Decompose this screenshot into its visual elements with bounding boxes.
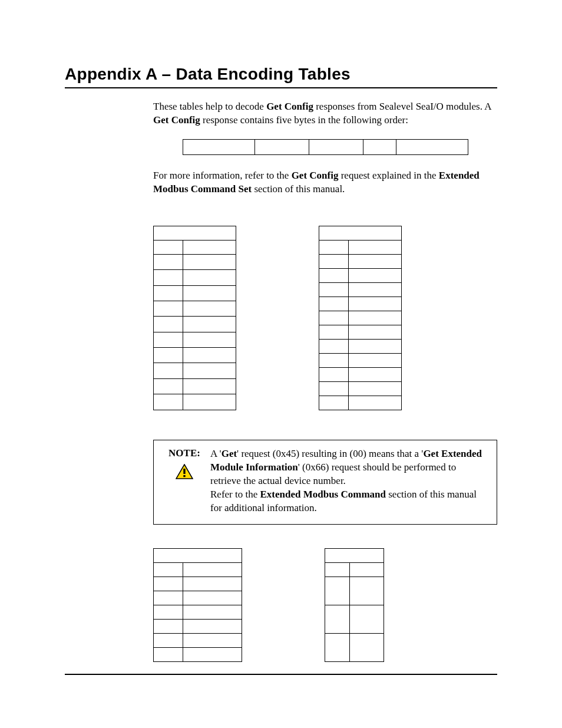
footer-rule-wrap <box>65 674 497 675</box>
cell-hex: 00 <box>325 577 350 605</box>
table-row: Hex Parity <box>325 563 384 577</box>
table-row: Model Baud Rate Parity Stop Bits <box>183 139 468 154</box>
appendix-title: Appendix A – Data Encoding Tables <box>65 65 497 84</box>
table-row: 05450 <box>154 332 236 347</box>
warning-icon <box>176 464 193 479</box>
cell-device: See Note <box>183 254 236 269</box>
cell-device: 410 <box>183 270 236 285</box>
cell-baud: 14400 <box>183 634 242 648</box>
table-row: 11Custom <box>319 353 402 367</box>
cell-device: Custom <box>349 353 402 367</box>
col-header-hex: Hex <box>319 240 349 254</box>
baud-parity-row: Baud Rate Hex Baud Rate 001200 012400 02… <box>153 548 497 662</box>
byte-cell: Parity <box>309 139 363 154</box>
table-row: 03430 <box>154 301 236 316</box>
cell-hex: 01 <box>154 270 183 285</box>
table-row: Model Number <box>319 226 402 240</box>
cell-hex: 03 <box>154 301 183 316</box>
cell-device: 530 <box>183 394 236 410</box>
table-row: 0ARIO <box>319 254 402 268</box>
table-title: Baud Rate <box>154 549 242 563</box>
model-number-table-1: Model Number Hex Device 00See Note 01410… <box>153 226 236 410</box>
table-row: 13MB AIO <box>319 381 402 396</box>
table-row: Parity <box>325 549 384 563</box>
cell-hex: 14 <box>319 396 349 410</box>
model-number-table-2: Model Number Hex Device 0ARIO 0B520 0C58… <box>319 226 402 410</box>
text-bold: Get Config <box>266 101 313 112</box>
cell-device: 450 <box>183 332 236 347</box>
cell-hex: 12 <box>319 367 349 381</box>
cell-device: 430 <box>183 301 236 316</box>
cell-hex: 02 <box>154 285 183 301</box>
cell-device: 462 <box>183 348 236 363</box>
svg-rect-2 <box>183 475 185 477</box>
table-row: 00See Note <box>154 254 236 269</box>
text-bold: Get <box>222 448 237 459</box>
note-box: NOTE: A 'Get' request (0x45) resulting i… <box>153 440 497 525</box>
table-row: 0B520 <box>319 268 402 282</box>
baud-rate-table: Baud Rate Hex Baud Rate 001200 012400 02… <box>153 548 242 662</box>
cell-baud: 4800 <box>183 605 242 620</box>
cell-hex: 00 <box>154 254 183 269</box>
col-header-device: Device <box>349 240 402 254</box>
cell-device: MB AIO <box>349 381 402 396</box>
table-row: 039600 <box>154 620 242 634</box>
table-row: 02420 <box>154 285 236 301</box>
cell-device: 560 <box>349 339 402 353</box>
col-header-parity: Parity <box>350 563 384 577</box>
text: These tables help to decode <box>153 101 266 112</box>
table-row: 02Even <box>325 634 384 662</box>
byte-cell: Stop Bits <box>396 139 468 154</box>
table-row: 09530 <box>154 394 236 410</box>
table-row: 0D540 <box>319 297 402 311</box>
text: responses from Sealevel SeaI/O modules. … <box>313 101 491 112</box>
cell-hex: 05 <box>154 332 183 347</box>
text: A ' <box>210 448 222 459</box>
note-label: NOTE: <box>168 447 200 459</box>
cell-device: 470 <box>183 378 236 394</box>
cell-hex: 02 <box>325 634 350 662</box>
cell-hex: 0B <box>319 268 349 282</box>
byte-layout-table: Model Baud Rate Parity Stop Bits <box>183 139 468 155</box>
cell-parity: Even <box>350 634 384 662</box>
cell-hex: 04 <box>154 634 183 648</box>
table-row: 00None <box>325 577 384 605</box>
intro-block: These tables help to decode Get Config r… <box>153 100 497 196</box>
text: response contains five bytes in the foll… <box>200 114 408 126</box>
text-bold: Get Config <box>292 170 339 181</box>
document-page: Appendix A – Data Encoding Tables These … <box>0 0 562 728</box>
cell-device: 420 <box>183 285 236 301</box>
cell-device: 520 <box>349 268 402 282</box>
table-row: 01Odd <box>325 605 384 634</box>
table-row: Baud Rate <box>154 549 242 563</box>
cell-hex: 05 <box>154 648 183 662</box>
col-header-baud: Baud Rate <box>183 563 242 577</box>
table-row: 08470 <box>154 378 236 394</box>
text: Refer to the <box>210 489 260 500</box>
cell-hex: 00 <box>154 577 183 591</box>
cell-device: 570 <box>349 325 402 339</box>
table-row: 024800 <box>154 605 242 620</box>
text: For more information, refer to the <box>153 170 292 181</box>
text: ' request (0x45) resulting in (00) means… <box>237 448 423 459</box>
table-row: 0519200 <box>154 648 242 662</box>
title-rule <box>65 87 497 88</box>
svg-rect-1 <box>183 469 185 474</box>
cell-hex: 11 <box>319 353 349 367</box>
byte-cell: Baud Rate <box>254 139 309 154</box>
table-row: 01410 <box>154 270 236 285</box>
cell-hex: 10 <box>319 339 349 353</box>
cell-baud: 1200 <box>183 577 242 591</box>
cell-hex: 09 <box>154 394 183 410</box>
cell-device: PLC <box>349 311 402 325</box>
cell-hex: 0F <box>319 325 349 339</box>
cell-hex: 02 <box>154 605 183 620</box>
byte-cell: Model <box>183 139 254 154</box>
col-header-hex: Hex <box>154 563 183 577</box>
note-left-column: NOTE: <box>163 447 206 515</box>
cell-device: RIO <box>349 254 402 268</box>
text-bold: Get Config <box>153 114 200 126</box>
footer-rule <box>65 674 497 675</box>
cell-hex: 13 <box>319 381 349 396</box>
cell-device: MB PIO <box>349 367 402 381</box>
